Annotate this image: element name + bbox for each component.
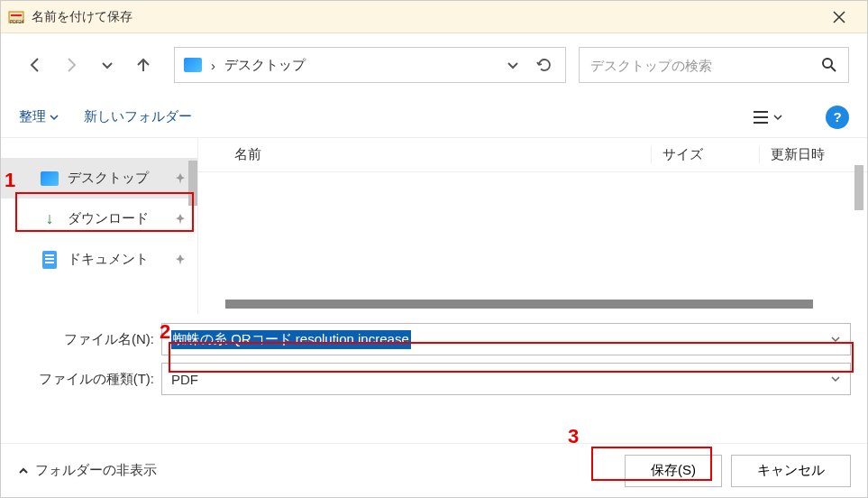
help-button[interactable]: ? [826, 106, 849, 129]
column-name[interactable]: 名前 [234, 146, 651, 163]
save-button[interactable]: 保存(S) [625, 455, 722, 487]
footer: フォルダーの非表示 保存(S) キャンセル [1, 443, 867, 497]
filename-label: ファイル名(N): [17, 331, 161, 348]
back-button[interactable] [19, 49, 51, 81]
filename-field[interactable]: 蜘蛛の糸 QRコード resolution increase [161, 323, 851, 355]
up-button[interactable] [127, 49, 160, 81]
form-area: ファイル名(N): 蜘蛛の糸 QRコード resolution increase… [1, 314, 867, 408]
filename-row: ファイル名(N): 蜘蛛の糸 QRコード resolution increase [17, 323, 851, 355]
search-input[interactable] [590, 58, 821, 73]
chevron-up-icon [17, 465, 30, 477]
download-icon: ↓ [41, 212, 59, 226]
svg-text:PDF24: PDF24 [10, 19, 24, 24]
window-title: 名前を付けて保存 [32, 9, 818, 25]
app-icon: PDF24 [8, 9, 24, 25]
sidebar: デスクトップ ↓ ダウンロード ドキュメント [1, 138, 197, 314]
file-scrollbar-vertical[interactable] [854, 165, 863, 210]
forward-button[interactable] [55, 49, 87, 81]
folder-icon [184, 58, 202, 72]
filetype-field[interactable]: PDF [161, 363, 851, 395]
cancel-button[interactable]: キャンセル [731, 455, 851, 487]
titlebar: PDF24 名前を付けて保存 [1, 1, 867, 33]
pin-icon[interactable] [174, 254, 187, 266]
hide-folders-toggle[interactable]: フォルダーの非表示 [17, 462, 157, 479]
sidebar-item-desktop[interactable]: デスクトップ [1, 158, 197, 198]
new-folder-button[interactable]: 新しいフォルダー [84, 108, 192, 125]
hide-folders-label: フォルダーの非表示 [35, 462, 157, 479]
breadcrumb-location[interactable]: デスクトップ [224, 57, 306, 74]
view-menu[interactable] [745, 106, 790, 128]
address-dropdown[interactable] [502, 54, 524, 76]
breadcrumb-sep: › [211, 58, 215, 73]
organize-label: 整理 [19, 108, 46, 125]
svg-point-3 [823, 59, 832, 68]
annotation-1: 1 [5, 169, 15, 192]
column-size[interactable]: サイズ [651, 146, 759, 163]
file-scrollbar-horizontal[interactable] [225, 300, 813, 309]
svg-rect-1 [11, 14, 22, 16]
desktop-icon [41, 171, 59, 186]
annotation-2: 2 [160, 320, 170, 344]
filetype-row: ファイルの種類(T): PDF [17, 363, 851, 395]
filetype-value: PDF [171, 372, 198, 387]
document-icon [41, 253, 59, 267]
nav-bar: › デスクトップ [1, 33, 867, 97]
filename-dropdown-icon[interactable] [830, 334, 841, 345]
sidebar-item-label: ドキュメント [68, 251, 149, 268]
refresh-button[interactable] [533, 53, 556, 77]
pin-icon[interactable] [174, 213, 187, 226]
help-label: ? [833, 109, 841, 124]
search-box[interactable] [579, 47, 849, 83]
organize-menu[interactable]: 整理 [19, 108, 59, 125]
toolbar: 整理 新しいフォルダー ? [1, 97, 867, 138]
filename-value[interactable]: 蜘蛛の糸 QRコード resolution increase [171, 330, 411, 349]
file-list-pane: 名前 サイズ 更新日時 [197, 138, 867, 314]
sidebar-scrollbar[interactable] [188, 161, 197, 206]
sidebar-item-documents[interactable]: ドキュメント [1, 239, 197, 280]
search-icon[interactable] [821, 57, 837, 73]
new-folder-label: 新しいフォルダー [84, 108, 192, 125]
address-bar[interactable]: › デスクトップ [174, 47, 566, 83]
recent-dropdown[interactable] [91, 49, 123, 81]
sidebar-item-downloads[interactable]: ↓ ダウンロード [1, 198, 197, 239]
column-date[interactable]: 更新日時 [759, 146, 867, 163]
main-area: デスクトップ ↓ ダウンロード ドキュメント 名前 サイズ 更新日時 [1, 138, 867, 314]
sidebar-item-label: ダウンロード [68, 210, 149, 227]
close-button[interactable] [818, 1, 860, 33]
file-header: 名前 サイズ 更新日時 [198, 138, 867, 172]
sidebar-item-label: デスクトップ [68, 170, 149, 187]
annotation-3: 3 [568, 425, 579, 448]
filetype-dropdown-icon[interactable] [830, 374, 841, 384]
pin-icon[interactable] [174, 172, 187, 185]
filetype-label: ファイルの種類(T): [17, 371, 161, 388]
